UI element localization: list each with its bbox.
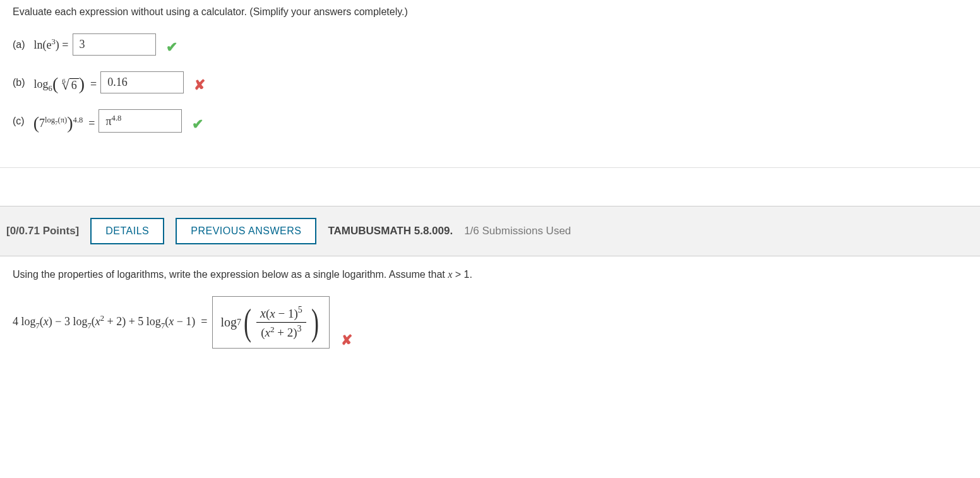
question-2: Using the properties of logarithms, writ… — [0, 256, 980, 361]
q2-instruction: Using the properties of logarithms, writ… — [13, 269, 967, 280]
q1-instruction: Evaluate each expression without using a… — [13, 6, 967, 18]
previous-answers-button[interactable]: PREVIOUS ANSWERS — [176, 218, 316, 244]
expr-c: (7log7(π))4.8 = — [33, 111, 95, 131]
submissions-used: 1/6 Submissions Used — [464, 225, 571, 237]
check-icon: ✔ — [192, 116, 203, 133]
points-label: [0/0.71 Points] — [6, 225, 79, 237]
part-label-c: (c) — [13, 116, 25, 127]
q1-part-b: (b) log6( 6√6 ) = 0.16 ✘ — [13, 71, 967, 93]
answer-input-a[interactable]: 3 — [73, 33, 156, 56]
answer-input-b[interactable]: 0.16 — [100, 71, 184, 93]
cross-icon: ✘ — [341, 332, 352, 349]
q2-equation: 4 log7(x) − 3 log7(x2 + 2) + 5 log7(x − … — [13, 296, 967, 349]
question-1: Evaluate each expression without using a… — [0, 0, 980, 168]
answer-input-q2[interactable]: log7 ( x(x − 1)5 (x2 + 2)3 ) — [212, 296, 329, 349]
details-button[interactable]: DETAILS — [90, 218, 164, 244]
check-icon: ✔ — [166, 39, 177, 56]
answer-input-c[interactable]: π4.8 — [99, 109, 182, 133]
question-header: [0/0.71 Points] DETAILS PREVIOUS ANSWERS… — [0, 206, 980, 256]
part-label-a: (a) — [13, 39, 25, 51]
q1-part-c: (c) (7log7(π))4.8 = π4.8 ✔ — [13, 109, 967, 133]
part-label-b: (b) — [13, 77, 25, 88]
expr-a: ln(e3) = — [34, 37, 69, 52]
q2-lhs: 4 log7(x) − 3 log7(x2 + 2) + 5 log7(x − … — [13, 314, 207, 331]
expr-b: log6( 6√6 ) = — [34, 72, 97, 93]
q1-part-a: (a) ln(e3) = 3 ✔ — [13, 33, 967, 56]
cross-icon: ✘ — [194, 77, 205, 93]
fraction: x(x − 1)5 (x2 + 2)3 — [256, 305, 306, 339]
question-reference: TAMUBUSMATH 5.8.009. — [328, 225, 453, 237]
